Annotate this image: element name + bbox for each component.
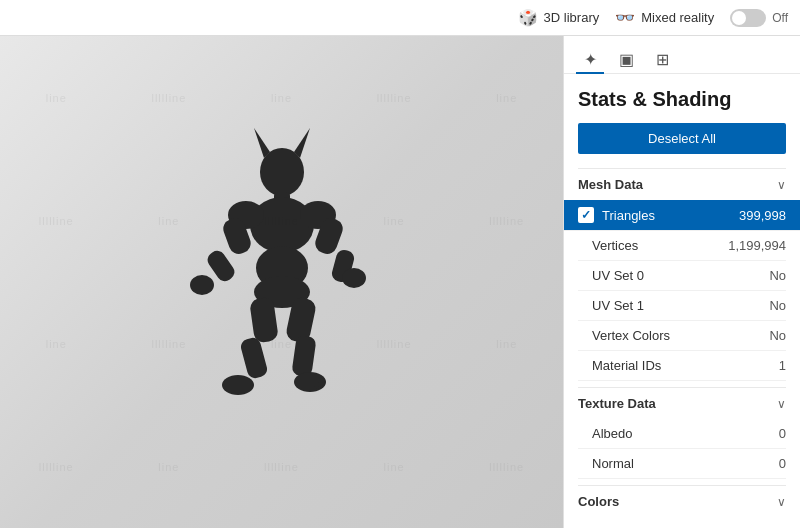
right-panel: ✦ ▣ ⊞ Stats & Shading Deselect All Mesh … bbox=[563, 36, 800, 528]
triangles-checkbox[interactable]: ✓ bbox=[578, 207, 594, 223]
vertices-row: Vertices 1,199,994 bbox=[578, 231, 786, 261]
mixed-reality-icon: 👓 bbox=[615, 8, 635, 27]
3d-library-label: 3D library bbox=[544, 10, 600, 25]
triangles-row-left: ✓ Triangles bbox=[578, 207, 655, 223]
canvas-area[interactable]: line llllline line llllline line lllllin… bbox=[0, 36, 563, 528]
watermark-cell: line bbox=[450, 282, 563, 405]
vertices-value: 1,199,994 bbox=[728, 238, 786, 253]
svg-marker-1 bbox=[254, 128, 270, 158]
panel-tabs: ✦ ▣ ⊞ bbox=[564, 36, 800, 74]
mesh-icon: ▣ bbox=[619, 50, 634, 69]
3d-library-button[interactable]: 🎲 3D library bbox=[518, 8, 600, 27]
main-content: line llllline line llllline line lllllin… bbox=[0, 36, 800, 528]
tab-mesh[interactable]: ▣ bbox=[612, 46, 640, 74]
sun-icon: ✦ bbox=[584, 50, 597, 69]
vertex-colors-label: Vertex Colors bbox=[592, 328, 670, 343]
triangles-value: 399,998 bbox=[739, 208, 786, 223]
vertices-label: Vertices bbox=[592, 238, 638, 253]
material-ids-label: Material IDs bbox=[592, 358, 661, 373]
svg-marker-2 bbox=[294, 128, 310, 158]
watermark-cell: line bbox=[0, 36, 113, 159]
uvset0-value: No bbox=[769, 268, 786, 283]
topbar: 🎲 3D library 👓 Mixed reality Off bbox=[0, 0, 800, 36]
normal-value: 0 bbox=[779, 456, 786, 471]
colors-chevron: ∨ bbox=[777, 495, 786, 509]
texture-data-chevron: ∨ bbox=[777, 397, 786, 411]
colors-title: Colors bbox=[578, 494, 619, 509]
toggle-track[interactable] bbox=[730, 9, 766, 27]
watermark-cell: line bbox=[0, 282, 113, 405]
3d-library-icon: 🎲 bbox=[518, 8, 538, 27]
panel-title: Stats & Shading bbox=[578, 88, 786, 111]
svg-point-19 bbox=[222, 375, 254, 395]
svg-point-4 bbox=[250, 197, 314, 253]
mixed-reality-button[interactable]: 👓 Mixed reality bbox=[615, 8, 714, 27]
texture-data-section-header[interactable]: Texture Data ∨ bbox=[578, 387, 786, 419]
svg-point-20 bbox=[294, 372, 326, 392]
triangles-row[interactable]: ✓ Triangles 399,998 bbox=[564, 200, 800, 231]
colors-section-header[interactable]: Colors ∨ bbox=[578, 485, 786, 517]
toggle-container[interactable]: Off bbox=[730, 9, 788, 27]
texture-data-title: Texture Data bbox=[578, 396, 656, 411]
normal-row: Normal 0 bbox=[578, 449, 786, 479]
normal-label: Normal bbox=[592, 456, 634, 471]
svg-point-11 bbox=[190, 275, 214, 295]
watermark-cell: llllline bbox=[0, 405, 113, 528]
vertex-colors-value: No bbox=[769, 328, 786, 343]
uvset0-label: UV Set 0 bbox=[592, 268, 644, 283]
mixed-reality-label: Mixed reality bbox=[641, 10, 714, 25]
model-svg bbox=[182, 120, 382, 440]
watermark-cell: llllline bbox=[0, 159, 113, 282]
mesh-data-title: Mesh Data bbox=[578, 177, 643, 192]
tab-sun[interactable]: ✦ bbox=[576, 46, 604, 74]
svg-point-12 bbox=[342, 268, 366, 288]
albedo-label: Albedo bbox=[592, 426, 632, 441]
svg-rect-17 bbox=[239, 336, 269, 380]
albedo-value: 0 bbox=[779, 426, 786, 441]
watermark-cell: llllline bbox=[450, 159, 563, 282]
material-ids-row: Material IDs 1 bbox=[578, 351, 786, 381]
uvset1-label: UV Set 1 bbox=[592, 298, 644, 313]
toggle-label: Off bbox=[772, 11, 788, 25]
mesh-data-section-header[interactable]: Mesh Data ∨ bbox=[578, 168, 786, 200]
watermark-cell: llllline bbox=[450, 405, 563, 528]
toggle-thumb bbox=[732, 11, 746, 25]
uvset0-row: UV Set 0 No bbox=[578, 261, 786, 291]
watermark-cell: line bbox=[450, 36, 563, 159]
3d-model bbox=[182, 120, 382, 444]
material-ids-value: 1 bbox=[779, 358, 786, 373]
tab-grid[interactable]: ⊞ bbox=[648, 46, 676, 74]
panel-content: Stats & Shading Deselect All Mesh Data ∨… bbox=[564, 74, 800, 528]
vertex-colors-row: Vertex Colors No bbox=[578, 321, 786, 351]
grid-icon: ⊞ bbox=[656, 50, 669, 69]
albedo-row: Albedo 0 bbox=[578, 419, 786, 449]
triangles-label: Triangles bbox=[602, 208, 655, 223]
mesh-data-chevron: ∨ bbox=[777, 178, 786, 192]
uvset1-value: No bbox=[769, 298, 786, 313]
uvset1-row: UV Set 1 No bbox=[578, 291, 786, 321]
deselect-all-button[interactable]: Deselect All bbox=[578, 123, 786, 154]
